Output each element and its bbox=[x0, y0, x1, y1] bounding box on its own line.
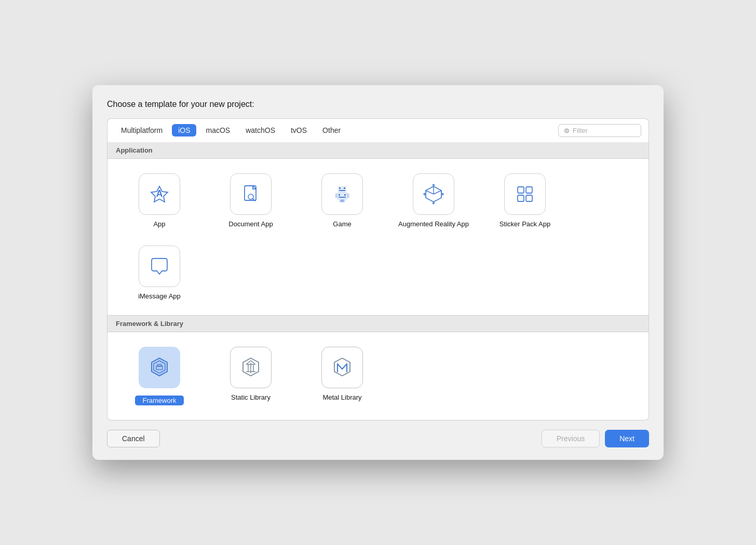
template-framework[interactable]: Framework bbox=[118, 343, 201, 410]
app-label: App bbox=[153, 220, 165, 229]
static-library-icon-box bbox=[230, 347, 272, 388]
ar-app-label: Augmented Reality App bbox=[398, 220, 469, 229]
framework-library-templates-grid: Framework bbox=[107, 332, 649, 420]
svg-line-17 bbox=[426, 190, 434, 194]
tab-tvos[interactable]: tvOS bbox=[285, 124, 313, 137]
cancel-button[interactable]: Cancel bbox=[107, 430, 160, 447]
svg-rect-12 bbox=[339, 197, 346, 198]
svg-rect-8 bbox=[335, 194, 337, 198]
svg-rect-22 bbox=[526, 195, 532, 201]
svg-rect-1 bbox=[245, 186, 256, 200]
svg-rect-14 bbox=[342, 200, 344, 202]
filter-icon: ⊜ bbox=[564, 127, 570, 134]
document-app-icon bbox=[239, 182, 263, 206]
document-app-label: Document App bbox=[228, 220, 273, 229]
game-label: Game bbox=[333, 220, 351, 229]
app-icon: A bbox=[147, 182, 171, 206]
framework-library-section: Framework & Library Framew bbox=[107, 315, 649, 420]
game-icon-box bbox=[321, 173, 363, 215]
template-imessage[interactable]: iMessage App bbox=[118, 241, 201, 305]
sticker-pack-icon bbox=[513, 182, 537, 206]
framework-icon bbox=[147, 356, 171, 379]
next-button[interactable]: Next bbox=[605, 430, 649, 447]
navigation-buttons: Previous Next bbox=[542, 430, 649, 447]
svg-rect-6 bbox=[339, 190, 345, 191]
svg-rect-7 bbox=[337, 193, 347, 200]
new-project-dialog: Choose a template for your new project: … bbox=[92, 85, 664, 460]
application-templates-grid: A App bbox=[107, 159, 649, 316]
template-static-library[interactable]: Static Library bbox=[209, 343, 292, 410]
tab-bar: Multiplatform iOS macOS watchOS tvOS Oth… bbox=[107, 118, 649, 142]
imessage-label: iMessage App bbox=[138, 292, 181, 301]
document-app-icon-box bbox=[230, 173, 272, 215]
tab-macos[interactable]: macOS bbox=[199, 124, 236, 137]
tab-watchos[interactable]: watchOS bbox=[239, 124, 281, 137]
svg-rect-11 bbox=[344, 194, 346, 196]
svg-rect-21 bbox=[518, 195, 524, 201]
framework-library-section-header: Framework & Library bbox=[107, 315, 649, 332]
svg-rect-5 bbox=[344, 187, 345, 189]
metal-library-icon-box bbox=[321, 347, 363, 388]
filter-box[interactable]: ⊜ Filter bbox=[558, 124, 641, 137]
framework-label: Framework bbox=[135, 396, 183, 405]
svg-rect-13 bbox=[340, 200, 342, 202]
template-game[interactable]: Game bbox=[301, 169, 384, 233]
ar-app-icon-box bbox=[413, 173, 454, 215]
ar-app-icon bbox=[422, 182, 446, 206]
static-library-icon bbox=[239, 356, 263, 379]
template-ar-app[interactable]: Augmented Reality App bbox=[392, 169, 475, 233]
metal-library-label: Metal Library bbox=[322, 393, 361, 402]
static-library-label: Static Library bbox=[231, 393, 271, 402]
imessage-icon-box bbox=[139, 246, 180, 287]
template-metal-library[interactable]: Metal Library bbox=[301, 343, 384, 410]
svg-marker-35 bbox=[334, 358, 350, 376]
svg-rect-20 bbox=[526, 187, 532, 193]
bottom-bar: Cancel Previous Next bbox=[107, 430, 649, 447]
tab-ios[interactable]: iOS bbox=[172, 124, 196, 137]
template-document-app[interactable]: Document App bbox=[209, 169, 292, 233]
sticker-pack-label: Sticker Pack App bbox=[500, 220, 550, 229]
filter-placeholder: Filter bbox=[573, 127, 588, 134]
sticker-pack-icon-box bbox=[504, 173, 546, 215]
metal-library-icon bbox=[330, 356, 354, 379]
template-sticker-pack[interactable]: Sticker Pack App bbox=[483, 169, 566, 233]
dialog-title: Choose a template for your new project: bbox=[107, 100, 649, 109]
svg-line-18 bbox=[434, 190, 441, 194]
template-app[interactable]: A App bbox=[118, 169, 201, 233]
application-section: Application A App bbox=[107, 142, 649, 316]
svg-rect-9 bbox=[347, 194, 349, 198]
app-icon-box: A bbox=[139, 173, 180, 215]
svg-rect-19 bbox=[518, 187, 524, 193]
imessage-icon bbox=[147, 254, 171, 278]
tab-other[interactable]: Other bbox=[316, 124, 347, 137]
content-area: Application A App bbox=[107, 142, 649, 421]
svg-rect-10 bbox=[339, 194, 340, 196]
svg-rect-3 bbox=[338, 186, 346, 193]
previous-button[interactable]: Previous bbox=[542, 430, 600, 447]
framework-icon-box bbox=[139, 347, 180, 388]
svg-rect-4 bbox=[339, 187, 341, 189]
tab-multiplatform[interactable]: Multiplatform bbox=[115, 124, 169, 137]
svg-text:A: A bbox=[156, 188, 163, 199]
application-section-header: Application bbox=[107, 142, 649, 159]
game-icon bbox=[330, 182, 354, 206]
